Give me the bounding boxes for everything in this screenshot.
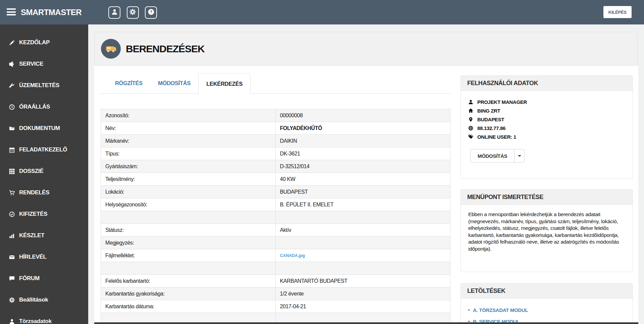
gear-button[interactable] xyxy=(127,6,139,19)
user-info-row: 88.132.77.86 xyxy=(468,124,626,132)
row-value: KARBANTARTÓ BUDAPEST xyxy=(276,275,450,287)
sidebar-item-label: RENDELÉS xyxy=(19,189,49,196)
row-value: FOLYADÉKHŰTŐ xyxy=(276,122,450,134)
row-value: DAIKIN xyxy=(276,135,450,147)
grid-icon xyxy=(8,169,15,174)
row-label: Karbantartás dátuma: xyxy=(101,300,276,313)
folder-icon xyxy=(8,126,15,131)
downloads-title: LETÖLTÉSEK xyxy=(461,283,633,299)
sidebar-item-label: KÉSZLET xyxy=(19,232,44,239)
cart-icon xyxy=(8,190,15,196)
footer-edge xyxy=(94,322,638,324)
download-link[interactable]: A. TÖRZSADAT MODUL xyxy=(468,304,626,316)
sidebar-item-feladatkezel-[interactable]: FELADATKEZELŐ xyxy=(0,139,88,160)
sidebar-item-label: Beállítások xyxy=(19,297,48,303)
downloads-panel: LETÖLTÉSEK A. TÖRZSADAT MODUL B. SERVICE… xyxy=(461,283,633,324)
row-label: Megjegyzés: xyxy=(101,237,276,249)
tab-r-gz-t-s[interactable]: RÖGZÍTÉS xyxy=(107,73,150,93)
bullet-icon xyxy=(468,309,470,311)
sidebar-item-label: Törzsadatok xyxy=(19,318,52,324)
sidebar-item-rendel-s[interactable]: RENDELÉS xyxy=(0,182,88,203)
row-label: Márkanév: xyxy=(101,135,276,147)
sidebar-item-h-rlev-l[interactable]: HÍRLEVÉL xyxy=(0,246,88,268)
sidebar-item-be-ll-t-sok[interactable]: Beállítások xyxy=(0,289,88,311)
sidebar-item-label: FÓRUM xyxy=(19,275,40,282)
table-row xyxy=(101,262,450,275)
download-link-label: A. TÖRZSADAT MODUL xyxy=(473,307,528,313)
user-icon xyxy=(111,9,118,16)
check-circle-icon xyxy=(8,211,15,217)
sidebar-item-kezd-lap[interactable]: KEZDŐLAP xyxy=(0,32,88,53)
menu-description-text: Ebben a menüpontban lekérdezhetjük a ber… xyxy=(461,205,633,259)
user-info-text: BING ZRT xyxy=(477,108,500,114)
home-icon xyxy=(468,108,474,113)
menu-description-title: MENÜPONT ISMERTETÉSE xyxy=(461,190,633,205)
table-row: Státusz: Aktív xyxy=(101,224,450,237)
help-button[interactable]: ? xyxy=(145,6,157,19)
sidebar-item--zemeltet-s[interactable]: ÜZEMELTETÉS xyxy=(0,75,88,96)
sidebar-item-k-szlet[interactable]: KÉSZLET xyxy=(0,225,88,246)
sidebar-item-label: FELADATKEZELŐ xyxy=(19,146,67,153)
table-row: Lokáció: BUDAPEST xyxy=(101,186,450,198)
svg-text:?: ? xyxy=(150,10,152,14)
file-attachment-link[interactable]: CANADA.jpg xyxy=(276,249,450,262)
sidebar-item-kifizet-s[interactable]: KIFIZETÉS xyxy=(0,203,88,225)
row-label: Lokáció: xyxy=(101,186,276,198)
tags-icon xyxy=(468,134,474,139)
chart-icon xyxy=(8,233,15,239)
modify-button[interactable]: MÓDOSÍTÁS xyxy=(471,149,514,162)
content-area: BERENDEZÉSEK RÖGZÍTÉSMÓDOSÍTÁSLEKÉRDEZÉS… xyxy=(88,24,644,324)
truck-icon xyxy=(101,39,121,59)
sidebar-item-t-rzsadatok[interactable]: Törzsadatok xyxy=(0,311,88,324)
gear-icon xyxy=(129,9,136,16)
sidebar-item-label: HÍRLEVÉL xyxy=(19,254,47,260)
tab-bar: RÖGZÍTÉSMÓDOSÍTÁSLEKÉRDEZÉS xyxy=(101,73,450,94)
modify-dropdown-toggle[interactable] xyxy=(514,149,524,162)
row-value: 2017-04-21 xyxy=(276,300,450,313)
row-value: BUDAPEST xyxy=(276,186,450,198)
logout-button[interactable]: KILÉPÉS xyxy=(603,6,632,18)
sidebar-item-dokumentum[interactable]: DOKUMENTUM xyxy=(0,118,88,139)
user-icon xyxy=(468,100,474,105)
row-value: Aktív xyxy=(276,224,450,236)
clock-icon xyxy=(8,104,15,110)
row-label: Azonosító: xyxy=(101,109,276,122)
table-row: Típus: DK-3621 xyxy=(101,147,450,160)
user-icon xyxy=(8,319,15,324)
equipment-detail-table: Azonosító: 00000008Név: FOLYADÉKHŰTŐMárk… xyxy=(101,109,450,324)
user-button[interactable] xyxy=(108,6,120,19)
sidebar-item-f-rum[interactable]: FÓRUM xyxy=(0,268,88,289)
tab-m-dos-t-s[interactable]: MÓDOSÍTÁS xyxy=(150,73,198,93)
row-label: Helységazonosító: xyxy=(101,198,276,211)
user-info-text: ONLINE USER: 1 xyxy=(477,134,516,140)
table-row: Karbantartás dátuma: 2017-04-21 xyxy=(101,300,450,313)
row-value: 00000008 xyxy=(276,109,450,122)
sidebar-item-dosszi-[interactable]: DOSSZIÉ xyxy=(0,160,88,182)
row-label: Státusz: xyxy=(101,224,276,236)
row-label: Felelős karbantartó: xyxy=(101,275,276,287)
row-label xyxy=(101,211,276,223)
row-value: 1/2 évente xyxy=(276,287,450,300)
table-row: Felelős karbantartó: KARBANTARTÓ BUDAPES… xyxy=(101,275,450,287)
sidebar: KEZDŐLAP SERVICE ÜZEMELTETÉS ÓRAÁLLÁS DO… xyxy=(0,24,88,324)
topbar: SMARTMASTER ? KILÉPÉS xyxy=(0,0,644,24)
row-value: B. ÉPÜLET II. EMELET xyxy=(276,198,450,211)
sidebar-item-service[interactable]: SERVICE xyxy=(0,53,88,75)
sidebar-item-label: SERVICE xyxy=(19,61,43,67)
hamburger-menu-icon[interactable] xyxy=(7,8,16,16)
user-info-text: PROJEKT MANAGER xyxy=(477,99,527,105)
modify-split-button[interactable]: MÓDOSÍTÁS xyxy=(470,149,525,163)
edit-icon xyxy=(8,40,15,46)
envelope-icon xyxy=(8,254,15,260)
help-icon: ? xyxy=(148,9,154,16)
row-label: Fájlmelléklet: xyxy=(101,249,276,262)
tab-lek-rdez-s[interactable]: LEKÉRDEZÉS xyxy=(198,73,251,94)
sidebar-item--ra-ll-s[interactable]: ÓRAÁLLÁS xyxy=(0,96,88,118)
user-info-text: BUDAPEST xyxy=(477,117,504,122)
table-row xyxy=(101,211,450,224)
row-value xyxy=(276,211,450,223)
comment-icon xyxy=(8,276,15,281)
sidebar-item-label: KEZDŐLAP xyxy=(19,39,50,46)
app-title: SMARTMASTER xyxy=(21,0,82,24)
table-row: Karbantartás gyakorisága: 1/2 évente xyxy=(101,287,450,300)
